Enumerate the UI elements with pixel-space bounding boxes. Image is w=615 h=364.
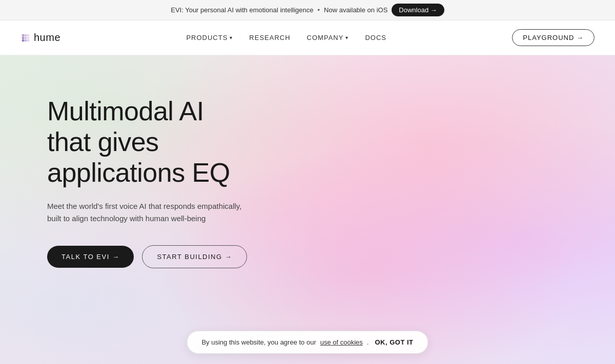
download-button[interactable]: Download → <box>392 4 444 16</box>
cookie-ok-button[interactable]: OK, GOT IT <box>375 338 413 346</box>
nav-item-company[interactable]: COMPANY ▾ <box>307 34 349 41</box>
hero-title: Multimodal AI that gives applications EQ <box>47 96 250 188</box>
hero-subtitle: Meet the world's first voice AI that res… <box>47 200 250 225</box>
products-chevron-icon: ▾ <box>230 35 233 40</box>
hero-section: Multimodal AI that gives applications EQ… <box>0 55 615 364</box>
logo-text: hume <box>34 32 60 44</box>
svg-point-2 <box>27 34 30 36</box>
company-chevron-icon: ▾ <box>345 35 348 40</box>
talk-to-evi-button[interactable]: TALK TO EVI → <box>47 246 134 268</box>
svg-point-0 <box>22 34 25 36</box>
nav-links: PRODUCTS ▾ RESEARCH COMPANY ▾ DOCS <box>186 34 386 41</box>
announcement-bar: EVI: Your personal AI with emotional int… <box>0 0 615 20</box>
cookie-text: By using this website, you agree to our <box>201 338 316 346</box>
logo-icon <box>20 33 31 43</box>
svg-point-7 <box>25 39 27 41</box>
announcement-availability: Now available on iOS <box>324 6 387 14</box>
hero-content: Multimodal AI that gives applications EQ… <box>0 55 297 309</box>
navbar: hume PRODUCTS ▾ RESEARCH COMPANY ▾ DOCS … <box>0 20 615 55</box>
svg-point-3 <box>22 36 25 39</box>
svg-point-4 <box>25 36 27 39</box>
logo[interactable]: hume <box>20 32 60 44</box>
announcement-separator: • <box>317 6 320 14</box>
nav-item-research[interactable]: RESEARCH <box>249 34 290 41</box>
hero-buttons: TALK TO EVI → START BUILDING → <box>47 245 250 268</box>
nav-item-products[interactable]: PRODUCTS ▾ <box>186 34 233 41</box>
cookie-banner: By using this website, you agree to our … <box>187 331 428 354</box>
svg-point-8 <box>27 39 30 41</box>
nav-item-docs[interactable]: DOCS <box>365 34 386 41</box>
svg-point-1 <box>25 34 27 36</box>
cookie-link[interactable]: use of cookies <box>320 338 363 346</box>
svg-point-6 <box>22 39 25 41</box>
svg-point-5 <box>27 36 30 39</box>
playground-button[interactable]: PLAYGROUND → <box>512 29 594 46</box>
start-building-button[interactable]: START BUILDING → <box>142 245 247 268</box>
announcement-text: EVI: Your personal AI with emotional int… <box>171 6 313 14</box>
